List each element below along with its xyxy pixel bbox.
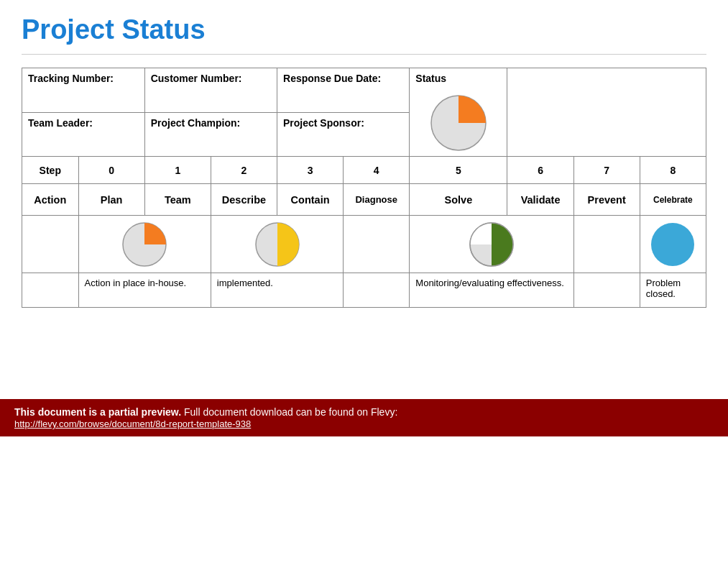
pie-chart-23 bbox=[252, 219, 303, 270]
desc-empty bbox=[22, 273, 79, 308]
action-header-team: Team bbox=[144, 184, 211, 216]
team-leader-cell: Team Leader: bbox=[22, 112, 145, 157]
title-separator bbox=[22, 54, 706, 55]
tracking-number-cell: Tracking Number: bbox=[22, 68, 145, 113]
desc-implemented: implemented. bbox=[211, 273, 343, 308]
preview-normal-text: Full document download can be found on F… bbox=[184, 406, 397, 418]
circle-solid-8 bbox=[648, 219, 698, 270]
chart-cell-56 bbox=[410, 216, 573, 273]
info-row-2: Team Leader: Project Champion: Project S… bbox=[22, 112, 706, 157]
chart-cell-empty bbox=[22, 216, 79, 273]
chart-cell-23 bbox=[211, 216, 343, 273]
step-header-3: 3 bbox=[277, 157, 344, 184]
chart-cell-7 bbox=[573, 216, 640, 273]
action-header-validate: Validate bbox=[507, 184, 573, 216]
action-header-diagnose: Diagnose bbox=[344, 184, 410, 216]
pie-chart-01 bbox=[119, 219, 170, 270]
action-header-solve: Solve bbox=[410, 184, 507, 216]
page-title: Project Status bbox=[22, 14, 706, 45]
step-header-action: Step bbox=[22, 157, 79, 184]
customer-number-cell: Customer Number: bbox=[144, 68, 277, 113]
desc-action-in-place: Action in place in-house. bbox=[78, 273, 211, 308]
response-due-date-label: Response Due Date: bbox=[283, 73, 381, 84]
status-pie-chart bbox=[423, 87, 494, 152]
chart-cell-8 bbox=[640, 216, 706, 273]
chart-row bbox=[22, 216, 706, 273]
project-champion-cell: Project Champion: bbox=[144, 112, 277, 157]
desc-problem-closed-text: Problem closed. bbox=[646, 278, 681, 299]
desc-implemented-text: implemented. bbox=[217, 278, 273, 288]
project-sponsor-label: Project Sponsor: bbox=[283, 117, 364, 129]
action-header-celebrate: Celebrate bbox=[640, 184, 706, 216]
status-cell: Status bbox=[410, 68, 507, 157]
step-header-1: 1 bbox=[144, 157, 211, 184]
step-header-2: 2 bbox=[211, 157, 277, 184]
step-header-8: 8 bbox=[640, 157, 706, 184]
chart-cell-01 bbox=[78, 216, 211, 273]
action-header-plan: Plan bbox=[78, 184, 144, 216]
step-header-7: 7 bbox=[573, 157, 640, 184]
action-header-contain: Contain bbox=[277, 184, 344, 216]
desc-problem-closed: Problem closed. bbox=[640, 273, 706, 308]
desc-monitoring: Monitoring/evaluating effectiveness. bbox=[410, 273, 573, 308]
customer-number-label: Customer Number: bbox=[151, 73, 242, 84]
svg-point-5 bbox=[651, 223, 694, 266]
step-header-row: Step 0 1 2 3 4 5 6 7 8 bbox=[22, 157, 706, 184]
preview-bold-text: This document is a partial preview. bbox=[14, 406, 181, 418]
project-status-table: Tracking Number: Customer Number: Respon… bbox=[22, 68, 706, 308]
step-header-5: 5 bbox=[410, 157, 507, 184]
preview-banner: This document is a partial preview. Full… bbox=[0, 399, 728, 436]
desc-empty3 bbox=[573, 273, 640, 308]
action-header-prevent: Prevent bbox=[573, 184, 640, 216]
desc-action-text: Action in place in-house. bbox=[85, 278, 187, 288]
desc-row: Action in place in-house. implemented. M… bbox=[22, 273, 706, 308]
step-header-4: 4 bbox=[344, 157, 410, 184]
chart-cell-4 bbox=[344, 216, 410, 273]
project-sponsor-cell: Project Sponsor: bbox=[277, 112, 410, 157]
project-champion-label: Project Champion: bbox=[151, 117, 240, 129]
action-header-describe: Describe bbox=[211, 184, 277, 216]
tracking-number-label: Tracking Number: bbox=[28, 73, 114, 84]
action-header-row: Action Plan Team Describe Contain Diagno… bbox=[22, 184, 706, 216]
step-header-6: 6 bbox=[507, 157, 573, 184]
step-header-0: 0 bbox=[78, 157, 144, 184]
desc-empty2 bbox=[344, 273, 410, 308]
desc-monitoring-text: Monitoring/evaluating effectiveness. bbox=[415, 278, 563, 288]
info-row-1: Tracking Number: Customer Number: Respon… bbox=[22, 68, 706, 113]
pie-chart-56 bbox=[466, 219, 517, 270]
preview-link[interactable]: http://flevy.com/browse/document/8d-repo… bbox=[14, 418, 251, 429]
team-leader-label: Team Leader: bbox=[28, 117, 93, 129]
action-header-action: Action bbox=[22, 184, 79, 216]
response-due-date-cell: Response Due Date: bbox=[277, 68, 410, 113]
status-label: Status bbox=[415, 73, 501, 84]
page-container: Project Status Tracking Number: Customer… bbox=[0, 0, 728, 563]
